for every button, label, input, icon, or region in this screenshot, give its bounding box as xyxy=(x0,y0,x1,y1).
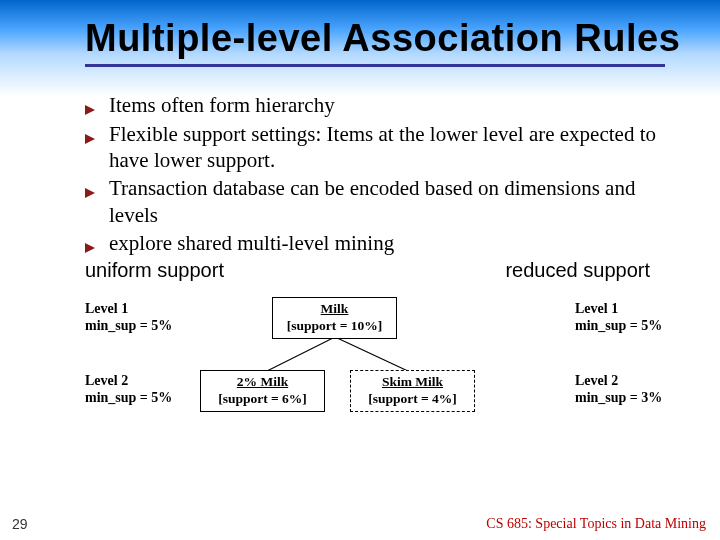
bullet-text: Flexible support settings: Items at the … xyxy=(109,121,670,174)
left-level2-label: Level 2 min_sup = 5% xyxy=(85,372,172,407)
list-item: Transaction database can be encoded base… xyxy=(85,175,670,228)
svg-marker-1 xyxy=(85,134,95,144)
bullet-icon xyxy=(85,239,99,257)
bullet-list: Items often form hierarchy Flexible supp… xyxy=(85,92,670,257)
right-level2-label: Level 2 min_sup = 3% xyxy=(575,372,662,407)
milk2-node: 2% Milk [support = 6%] xyxy=(200,370,325,412)
bullet-text: Items often form hierarchy xyxy=(109,92,335,118)
milk-node: Milk [support = 10%] xyxy=(272,297,397,339)
right-level1-label: Level 1 min_sup = 5% xyxy=(575,300,662,335)
support-labels-row: uniform support reduced support xyxy=(85,259,650,282)
svg-marker-0 xyxy=(85,105,95,115)
list-item: explore shared multi-level mining xyxy=(85,230,670,257)
bullet-text: Transaction database can be encoded base… xyxy=(109,175,670,228)
bullet-icon xyxy=(85,184,99,202)
svg-line-4 xyxy=(265,337,335,372)
svg-marker-2 xyxy=(85,188,95,198)
slide-number: 29 xyxy=(12,516,28,532)
hierarchy-diagram: Level 1 min_sup = 5% Level 2 min_sup = 5… xyxy=(30,292,690,432)
svg-marker-3 xyxy=(85,243,95,253)
reduced-support-label: reduced support xyxy=(505,259,650,282)
slide-title: Multiple-level Association Rules xyxy=(85,18,690,60)
footer-course: CS 685: Special Topics in Data Mining xyxy=(486,516,706,532)
left-level1-label: Level 1 min_sup = 5% xyxy=(85,300,172,335)
list-item: Flexible support settings: Items at the … xyxy=(85,121,670,174)
bullet-icon xyxy=(85,101,99,119)
bullet-icon xyxy=(85,130,99,148)
skim-milk-node: Skim Milk [support = 4%] xyxy=(350,370,475,412)
bullet-text: explore shared multi-level mining xyxy=(109,230,394,256)
list-item: Items often form hierarchy xyxy=(85,92,670,119)
title-underline xyxy=(85,64,665,67)
uniform-support-label: uniform support xyxy=(85,259,224,282)
svg-line-5 xyxy=(335,337,410,372)
